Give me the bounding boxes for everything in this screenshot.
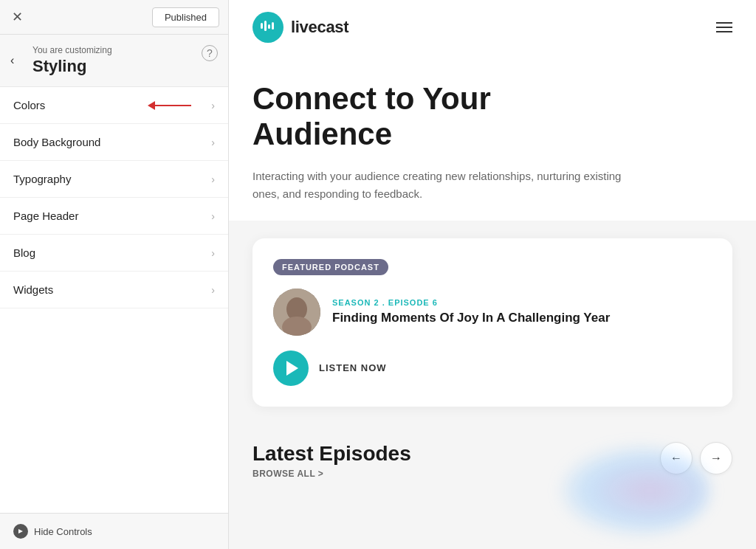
chevron-right-icon: › [211, 100, 215, 111]
chevron-right-icon: › [211, 210, 215, 222]
svg-rect-2 [264, 21, 267, 31]
chevron-right-icon: › [211, 137, 215, 148]
help-button[interactable]: ? [202, 45, 218, 61]
chevron-right-icon: › [211, 173, 215, 185]
menu-item-widgets[interactable]: Widgets › [0, 272, 228, 308]
featured-badge: FEATURED PODCAST [273, 259, 388, 275]
episode-text: SEASON 2 . EPISODE 6 Finding Moments Of … [332, 298, 712, 326]
right-panel: livecast Connect to Your Audience Intera… [229, 0, 756, 549]
listen-label: LISTEN NOW [319, 362, 387, 373]
latest-title-group: Latest Episodes BROWSE ALL > [252, 442, 411, 479]
chevron-right-icon: › [211, 284, 215, 296]
latest-content [252, 491, 732, 549]
hero-section: Connect to Your Audience Interacting wit… [229, 55, 756, 221]
close-button[interactable]: ✕ [9, 6, 26, 28]
latest-title: Latest Episodes [252, 442, 411, 466]
play-button[interactable] [273, 351, 309, 386]
svg-marker-0 [18, 529, 23, 534]
play-icon [286, 361, 298, 376]
svg-rect-3 [268, 24, 270, 29]
menu-list: Colors › Body Background › Typography › … [0, 87, 228, 513]
menu-item-blog[interactable]: Blog › [0, 235, 228, 272]
listen-row: LISTEN NOW [273, 351, 712, 386]
menu-item-typography[interactable]: Typography › [0, 161, 228, 198]
episode-season: SEASON 2 . EPISODE 6 [332, 298, 712, 307]
customizing-section: ‹ You are customizing Styling ? [0, 35, 228, 87]
hide-controls-label: Hide Controls [34, 526, 92, 537]
episode-info-row: SEASON 2 . EPISODE 6 Finding Moments Of … [273, 289, 712, 336]
top-bar: ✕ Published [0, 0, 228, 35]
hero-title: Connect to Your Audience [252, 81, 636, 153]
episode-thumbnail [273, 289, 320, 336]
browse-all-link[interactable]: BROWSE ALL > [252, 469, 411, 479]
hide-controls-bar[interactable]: Hide Controls [0, 513, 228, 549]
chevron-right-icon: › [211, 247, 215, 259]
red-arrow-annotation [148, 101, 191, 110]
logo-text: livecast [291, 18, 348, 37]
hide-toggle-icon [13, 524, 28, 539]
menu-item-body-background[interactable]: Body Background › [0, 124, 228, 161]
nav-next-button[interactable]: → [700, 442, 732, 474]
logo-area: livecast [252, 12, 348, 43]
latest-section: Latest Episodes BROWSE ALL > ← → [229, 424, 756, 549]
menu-item-page-header[interactable]: Page Header › [0, 198, 228, 235]
svg-rect-4 [272, 22, 274, 30]
hamburger-menu[interactable] [716, 22, 732, 32]
back-button[interactable]: ‹ [10, 54, 14, 67]
svg-rect-1 [261, 23, 263, 29]
site-header: livecast [229, 0, 756, 55]
featured-card: FEATURED PODCAST SEASON 2 . EPISODE 6 Fi… [252, 238, 732, 407]
menu-item-colors[interactable]: Colors › [0, 87, 228, 124]
logo-icon [252, 12, 284, 43]
gradient-blob [561, 446, 709, 535]
episode-title: Finding Moments Of Joy In A Challenging … [332, 310, 712, 326]
left-panel: ✕ Published ‹ You are customizing Stylin… [0, 0, 229, 549]
hero-subtitle: Interacting with your audience creating … [252, 168, 636, 203]
customizing-label: You are customizing [32, 45, 216, 55]
customizing-title: Styling [32, 57, 216, 76]
published-button[interactable]: Published [152, 7, 219, 27]
